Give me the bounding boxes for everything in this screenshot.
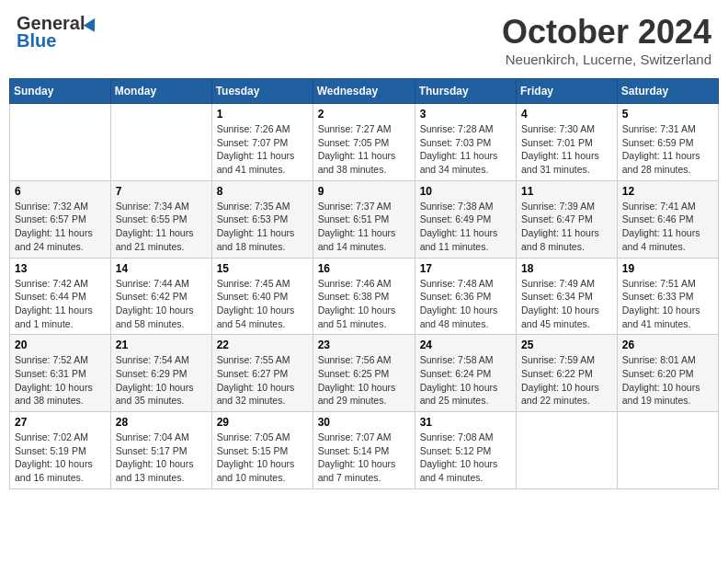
- weekday-header: Wednesday: [313, 79, 415, 104]
- weekday-header: Monday: [110, 79, 211, 104]
- calendar-cell: 13Sunrise: 7:42 AMSunset: 6:44 PMDayligh…: [10, 258, 111, 335]
- calendar-cell: 27Sunrise: 7:02 AMSunset: 5:19 PMDayligh…: [10, 412, 111, 489]
- day-number: 16: [318, 262, 410, 275]
- calendar-cell: 20Sunrise: 7:52 AMSunset: 6:31 PMDayligh…: [10, 335, 111, 412]
- day-number: 26: [622, 339, 713, 351]
- day-number: 14: [116, 262, 207, 275]
- day-info: Sunrise: 7:05 AMSunset: 5:15 PMDaylight:…: [217, 431, 308, 485]
- weekday-header: Thursday: [415, 79, 516, 104]
- day-number: 27: [15, 416, 106, 429]
- day-info: Sunrise: 7:44 AMSunset: 6:42 PMDaylight:…: [116, 277, 207, 331]
- calendar-cell: 22Sunrise: 7:55 AMSunset: 6:27 PMDayligh…: [211, 335, 313, 412]
- day-number: 7: [116, 185, 207, 198]
- day-info: Sunrise: 7:30 AMSunset: 7:01 PMDaylight:…: [521, 122, 612, 177]
- day-info: Sunrise: 7:52 AMSunset: 6:31 PMDaylight:…: [15, 353, 106, 408]
- day-number: 31: [420, 416, 511, 429]
- day-number: 10: [420, 185, 511, 198]
- calendar-cell: [517, 412, 618, 489]
- day-number: 28: [116, 416, 207, 429]
- day-info: Sunrise: 7:45 AMSunset: 6:40 PMDaylight:…: [217, 277, 308, 331]
- logo: General Blue: [17, 13, 98, 52]
- calendar-cell: 6Sunrise: 7:32 AMSunset: 6:57 PMDaylight…: [10, 180, 111, 258]
- calendar-cell: 4Sunrise: 7:30 AMSunset: 7:01 PMDaylight…: [517, 104, 618, 181]
- month-title: October 2024: [502, 13, 711, 52]
- calendar-cell: 24Sunrise: 7:58 AMSunset: 6:24 PMDayligh…: [415, 335, 516, 412]
- day-number: 3: [420, 108, 511, 121]
- location: Neuenkirch, Lucerne, Switzerland: [502, 52, 711, 67]
- calendar-cell: 28Sunrise: 7:04 AMSunset: 5:17 PMDayligh…: [110, 412, 211, 489]
- calendar-cell: [10, 104, 111, 181]
- logo-triangle-icon: [84, 15, 101, 31]
- calendar-cell: 14Sunrise: 7:44 AMSunset: 6:42 PMDayligh…: [110, 258, 211, 335]
- day-number: 20: [15, 339, 106, 351]
- weekday-header: Friday: [517, 79, 618, 104]
- calendar-week-row: 13Sunrise: 7:42 AMSunset: 6:44 PMDayligh…: [10, 258, 719, 335]
- weekday-header-row: SundayMondayTuesdayWednesdayThursdayFrid…: [10, 79, 719, 104]
- day-info: Sunrise: 7:38 AMSunset: 6:49 PMDaylight:…: [420, 200, 511, 254]
- day-number: 12: [622, 185, 713, 198]
- day-number: 24: [420, 339, 511, 351]
- calendar-week-row: 1Sunrise: 7:26 AMSunset: 7:07 PMDaylight…: [10, 104, 719, 181]
- day-number: 18: [521, 262, 612, 275]
- calendar-cell: 21Sunrise: 7:54 AMSunset: 6:29 PMDayligh…: [110, 335, 211, 412]
- title-section: October 2024 Neuenkirch, Lucerne, Switze…: [502, 13, 711, 67]
- calendar-cell: [110, 104, 211, 181]
- logo-blue: Blue: [17, 30, 56, 52]
- day-number: 25: [521, 339, 612, 351]
- calendar-cell: 8Sunrise: 7:35 AMSunset: 6:53 PMDaylight…: [211, 180, 313, 258]
- calendar-cell: 15Sunrise: 7:45 AMSunset: 6:40 PMDayligh…: [211, 258, 313, 335]
- calendar-cell: 31Sunrise: 7:08 AMSunset: 5:12 PMDayligh…: [415, 412, 516, 489]
- day-number: 23: [318, 339, 410, 351]
- day-info: Sunrise: 7:59 AMSunset: 6:22 PMDaylight:…: [521, 353, 612, 408]
- day-info: Sunrise: 7:02 AMSunset: 5:19 PMDaylight:…: [15, 431, 106, 485]
- day-info: Sunrise: 7:31 AMSunset: 6:59 PMDaylight:…: [622, 122, 713, 177]
- calendar-cell: 1Sunrise: 7:26 AMSunset: 7:07 PMDaylight…: [211, 104, 313, 181]
- calendar-week-row: 27Sunrise: 7:02 AMSunset: 5:19 PMDayligh…: [10, 412, 719, 489]
- day-info: Sunrise: 7:51 AMSunset: 6:33 PMDaylight:…: [622, 277, 713, 331]
- day-number: 9: [318, 185, 410, 198]
- weekday-header: Saturday: [617, 79, 718, 104]
- calendar-cell: 16Sunrise: 7:46 AMSunset: 6:38 PMDayligh…: [313, 258, 415, 335]
- day-number: 2: [318, 108, 410, 121]
- calendar-cell: 11Sunrise: 7:39 AMSunset: 6:47 PMDayligh…: [517, 180, 618, 258]
- day-info: Sunrise: 7:46 AMSunset: 6:38 PMDaylight:…: [318, 277, 410, 331]
- day-info: Sunrise: 7:58 AMSunset: 6:24 PMDaylight:…: [420, 353, 511, 408]
- day-info: Sunrise: 7:55 AMSunset: 6:27 PMDaylight:…: [217, 353, 308, 408]
- day-number: 4: [521, 108, 612, 121]
- calendar-cell: 2Sunrise: 7:27 AMSunset: 7:05 PMDaylight…: [313, 104, 415, 181]
- day-number: 30: [318, 416, 410, 429]
- calendar-cell: 30Sunrise: 7:07 AMSunset: 5:14 PMDayligh…: [313, 412, 415, 489]
- calendar-table: SundayMondayTuesdayWednesdayThursdayFrid…: [9, 78, 719, 489]
- day-info: Sunrise: 7:48 AMSunset: 6:36 PMDaylight:…: [420, 277, 511, 331]
- day-info: Sunrise: 7:08 AMSunset: 5:12 PMDaylight:…: [420, 431, 511, 485]
- day-info: Sunrise: 7:28 AMSunset: 7:03 PMDaylight:…: [420, 122, 511, 177]
- calendar-cell: 7Sunrise: 7:34 AMSunset: 6:55 PMDaylight…: [110, 180, 211, 258]
- day-info: Sunrise: 7:56 AMSunset: 6:25 PMDaylight:…: [318, 353, 410, 408]
- calendar-cell: 10Sunrise: 7:38 AMSunset: 6:49 PMDayligh…: [415, 180, 516, 258]
- calendar-cell: 5Sunrise: 7:31 AMSunset: 6:59 PMDaylight…: [617, 104, 718, 181]
- calendar-cell: 9Sunrise: 7:37 AMSunset: 6:51 PMDaylight…: [313, 180, 415, 258]
- day-number: 11: [521, 185, 612, 198]
- calendar-cell: 3Sunrise: 7:28 AMSunset: 7:03 PMDaylight…: [415, 104, 516, 181]
- day-number: 21: [116, 339, 207, 351]
- calendar-cell: 26Sunrise: 8:01 AMSunset: 6:20 PMDayligh…: [617, 335, 718, 412]
- day-info: Sunrise: 7:27 AMSunset: 7:05 PMDaylight:…: [318, 122, 410, 177]
- day-number: 13: [15, 262, 106, 275]
- day-number: 1: [217, 108, 308, 121]
- day-info: Sunrise: 7:35 AMSunset: 6:53 PMDaylight:…: [217, 200, 308, 254]
- weekday-header: Tuesday: [211, 79, 313, 104]
- day-info: Sunrise: 7:41 AMSunset: 6:46 PMDaylight:…: [622, 200, 713, 254]
- calendar-cell: 25Sunrise: 7:59 AMSunset: 6:22 PMDayligh…: [517, 335, 618, 412]
- day-info: Sunrise: 7:04 AMSunset: 5:17 PMDaylight:…: [116, 431, 207, 485]
- day-info: Sunrise: 7:07 AMSunset: 5:14 PMDaylight:…: [318, 431, 410, 485]
- day-info: Sunrise: 7:26 AMSunset: 7:07 PMDaylight:…: [217, 122, 308, 177]
- day-info: Sunrise: 7:32 AMSunset: 6:57 PMDaylight:…: [15, 200, 106, 254]
- weekday-header: Sunday: [10, 79, 111, 104]
- page-header: General Blue October 2024 Neuenkirch, Lu…: [9, 9, 719, 71]
- day-number: 17: [420, 262, 511, 275]
- day-number: 8: [217, 185, 308, 198]
- calendar-week-row: 20Sunrise: 7:52 AMSunset: 6:31 PMDayligh…: [10, 335, 719, 412]
- day-info: Sunrise: 7:34 AMSunset: 6:55 PMDaylight:…: [116, 200, 207, 254]
- day-info: Sunrise: 8:01 AMSunset: 6:20 PMDaylight:…: [622, 353, 713, 408]
- calendar-cell: 17Sunrise: 7:48 AMSunset: 6:36 PMDayligh…: [415, 258, 516, 335]
